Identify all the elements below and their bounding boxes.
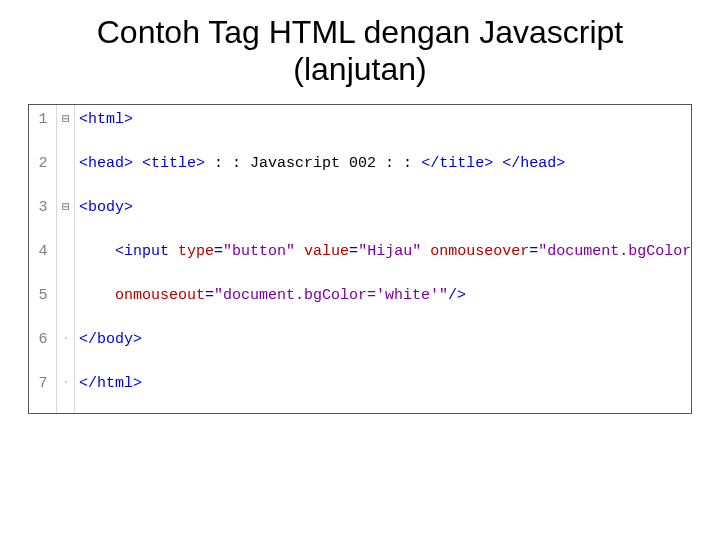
- title-line-1: Contoh Tag HTML dengan Javascript: [97, 14, 624, 50]
- line-number: 7: [29, 375, 57, 392]
- line-number: 2: [29, 155, 57, 172]
- line-number: 6: [29, 331, 57, 348]
- code-line: <input type="button" value="Hijau" onmou…: [79, 243, 692, 260]
- line-number: 3: [29, 199, 57, 216]
- code-line: </body>: [79, 331, 142, 348]
- code-line: onmouseout="document.bgColor='white'"/>: [79, 287, 466, 304]
- code-editor: 1 2 3 4 5 6 7 ⊟ ⊟ · · <html> <head> <tit…: [28, 104, 692, 414]
- tag-title-close: </title>: [421, 155, 493, 172]
- tag-input-open: <input: [115, 243, 178, 260]
- val-onmouseout: "document.bgColor='white'": [214, 287, 448, 304]
- attr-type: type: [178, 243, 214, 260]
- val-value: "Hijau": [358, 243, 421, 260]
- title-line-2: (lanjutan): [293, 51, 426, 87]
- code-line: <body>: [79, 199, 133, 216]
- code-line: </html>: [79, 375, 142, 392]
- attr-onmouseout: onmouseout: [115, 287, 205, 304]
- val-type: "button": [223, 243, 295, 260]
- tag-head-close: </head>: [502, 155, 565, 172]
- tag-html-close: </html>: [79, 375, 142, 392]
- tag-title-open: <title>: [142, 155, 205, 172]
- tag-input-close: />: [448, 287, 466, 304]
- fold-toggle-icon[interactable]: ⊟: [57, 199, 75, 215]
- slide-title: Contoh Tag HTML dengan Javascript (lanju…: [0, 0, 720, 96]
- fold-end-icon: ·: [57, 375, 75, 390]
- code-line: <html>: [79, 111, 133, 128]
- line-number: 4: [29, 243, 57, 260]
- fold-toggle-icon[interactable]: ⊟: [57, 111, 75, 127]
- attr-onmouseover: onmouseover: [430, 243, 529, 260]
- fold-end-icon: ·: [57, 331, 75, 346]
- title-text: : : Javascript 002 : :: [214, 155, 412, 172]
- tag-head-open: <head>: [79, 155, 133, 172]
- code-line: <head> <title> : : Javascript 002 : : </…: [79, 155, 565, 172]
- line-number: 5: [29, 287, 57, 304]
- fold-column: [57, 105, 75, 413]
- line-number: 1: [29, 111, 57, 128]
- attr-value: value: [304, 243, 349, 260]
- tag-body-close: </body>: [79, 331, 142, 348]
- tag-html-open: <html>: [79, 111, 133, 128]
- tag-body-open: <body>: [79, 199, 133, 216]
- val-onmouseover: "document.bgColor='green'": [538, 243, 692, 260]
